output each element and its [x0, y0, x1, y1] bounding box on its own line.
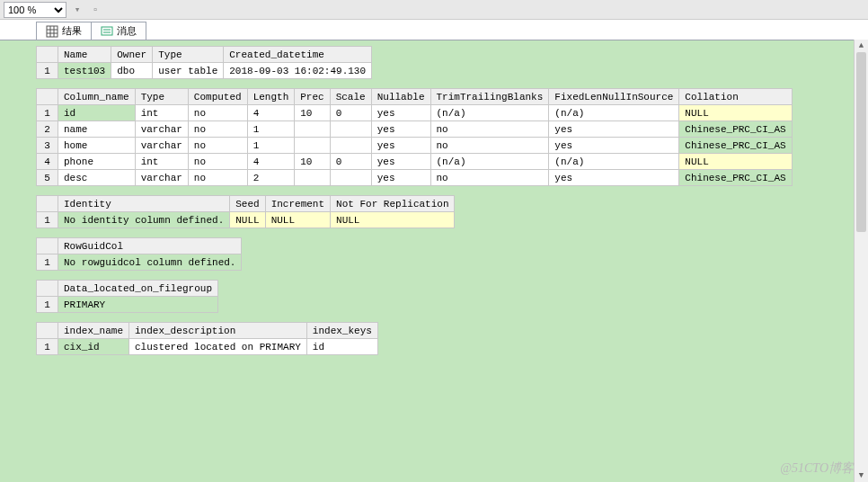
cell: [330, 121, 371, 138]
cell: yes: [549, 121, 679, 138]
toolbar-button-2[interactable]: ▫: [88, 3, 102, 17]
cell: 2018-09-03 16:02:49.130: [224, 63, 372, 79]
col-header[interactable]: Prec: [295, 89, 330, 105]
col-header[interactable]: FixedLenNullInSource: [549, 89, 679, 105]
results-tabstrip: 结果 消息: [0, 20, 868, 40]
row-num: 3: [37, 138, 58, 154]
cell: home: [58, 138, 136, 154]
row-num: 4: [37, 154, 58, 170]
col-header[interactable]: [37, 47, 58, 63]
cell: 4: [247, 154, 295, 170]
col-header[interactable]: Collation: [679, 89, 792, 105]
cell: 10: [295, 154, 330, 170]
cell: yes: [549, 170, 679, 186]
row-num: 1: [37, 63, 58, 79]
vertical-scrollbar[interactable]: ▲ ▼: [854, 40, 868, 482]
col-header[interactable]: Not For Replication: [331, 196, 455, 212]
table-row[interactable]: 1 No rowguidcol column defined.: [37, 254, 242, 271]
col-header[interactable]: [37, 323, 58, 339]
col-header[interactable]: Seed: [230, 196, 265, 212]
col-header[interactable]: index_name: [58, 323, 129, 339]
col-header[interactable]: index_keys: [306, 323, 377, 339]
cell: NULL: [265, 212, 330, 228]
table-row[interactable]: 1idintno4100yes(n/a)(n/a)NULL: [37, 105, 793, 121]
col-header[interactable]: Type: [153, 47, 224, 63]
cell: NULL: [679, 154, 792, 170]
cell: int: [135, 154, 188, 170]
cell: yes: [371, 121, 430, 138]
col-header[interactable]: Length: [247, 89, 295, 105]
grid-rowguidcol: RowGuidCol 1 No rowguidcol column define…: [36, 237, 242, 271]
cell: NULL: [679, 105, 792, 121]
col-header[interactable]: Name: [58, 47, 111, 63]
table-row[interactable]: 5descvarcharno2yesnoyesChinese_PRC_CI_AS: [37, 170, 793, 186]
col-header[interactable]: Increment: [265, 196, 330, 212]
col-header[interactable]: Identity: [58, 196, 230, 212]
zoom-select[interactable]: 100 %: [4, 2, 66, 18]
cell: yes: [549, 138, 679, 154]
cell: (n/a): [549, 105, 679, 121]
col-header[interactable]: [37, 196, 58, 212]
col-header[interactable]: Scale: [330, 89, 371, 105]
cell: Chinese_PRC_CI_AS: [679, 138, 792, 154]
row-num: 1: [37, 212, 58, 228]
tab-results-label: 结果: [62, 24, 82, 38]
col-header[interactable]: Nullable: [371, 89, 430, 105]
tab-messages-label: 消息: [117, 24, 137, 38]
cell: no: [188, 154, 247, 170]
cell: 4: [247, 105, 295, 121]
col-header[interactable]: TrimTrailingBlanks: [430, 89, 549, 105]
cell: desc: [58, 170, 136, 186]
col-header[interactable]: Created_datetime: [224, 47, 372, 63]
cell: yes: [371, 170, 430, 186]
grid-icon: [46, 25, 58, 38]
cell: [295, 121, 330, 138]
col-header[interactable]: Column_name: [58, 89, 136, 105]
cell: cix_id: [58, 339, 129, 355]
cell: no: [430, 138, 549, 154]
tab-results[interactable]: 结果: [36, 22, 92, 40]
svg-rect-5: [102, 27, 112, 35]
tab-messages[interactable]: 消息: [91, 22, 146, 40]
table-row[interactable]: 1 PRIMARY: [37, 297, 218, 313]
scroll-down-icon[interactable]: ▼: [855, 469, 868, 482]
row-num: 1: [37, 339, 58, 355]
scroll-up-icon[interactable]: ▲: [855, 40, 868, 52]
cell: phone: [58, 154, 136, 170]
col-header[interactable]: RowGuidCol: [58, 238, 242, 254]
grid-filegroup: Data_located_on_filegroup 1 PRIMARY: [36, 280, 218, 313]
table-row[interactable]: 2namevarcharno1yesnoyesChinese_PRC_CI_AS: [37, 121, 793, 138]
col-header[interactable]: Owner: [111, 47, 153, 63]
cell: varchar: [135, 121, 188, 138]
scroll-thumb[interactable]: [856, 52, 866, 232]
table-row[interactable]: 4phoneintno4100yes(n/a)(n/a)NULL: [37, 154, 793, 170]
cell: yes: [371, 138, 430, 154]
toolbar-button-1[interactable]: ▾: [70, 3, 84, 17]
table-row[interactable]: 1 No identity column defined. NULL NULL …: [37, 212, 455, 228]
col-header[interactable]: Data_located_on_filegroup: [58, 281, 218, 297]
cell: PRIMARY: [58, 297, 218, 313]
cell: no: [188, 121, 247, 138]
col-header[interactable]: [37, 281, 58, 297]
grid-identity: Identity Seed Increment Not For Replicat…: [36, 195, 455, 228]
table-row[interactable]: 3homevarcharno1yesnoyesChinese_PRC_CI_AS: [37, 138, 793, 154]
cell: user table: [153, 63, 224, 79]
cell: int: [135, 105, 188, 121]
table-row[interactable]: 1 test103 dbo user table 2018-09-03 16:0…: [37, 63, 372, 79]
toolbar: 100 % ▾ ▫: [0, 0, 868, 20]
row-num: 1: [37, 105, 58, 121]
col-header[interactable]: [37, 89, 58, 105]
cell: yes: [371, 105, 430, 121]
cell: no: [430, 121, 549, 138]
col-header[interactable]: Computed: [188, 89, 247, 105]
cell: Chinese_PRC_CI_AS: [679, 121, 792, 138]
cell: name: [58, 121, 136, 138]
col-header[interactable]: Type: [135, 89, 188, 105]
cell: [295, 138, 330, 154]
cell: 1: [247, 138, 295, 154]
table-row[interactable]: 1 cix_id clustered located on PRIMARY id: [37, 339, 378, 355]
col-header[interactable]: index_description: [129, 323, 307, 339]
cell: 2: [247, 170, 295, 186]
cell: 1: [247, 121, 295, 138]
col-header[interactable]: [37, 238, 58, 254]
